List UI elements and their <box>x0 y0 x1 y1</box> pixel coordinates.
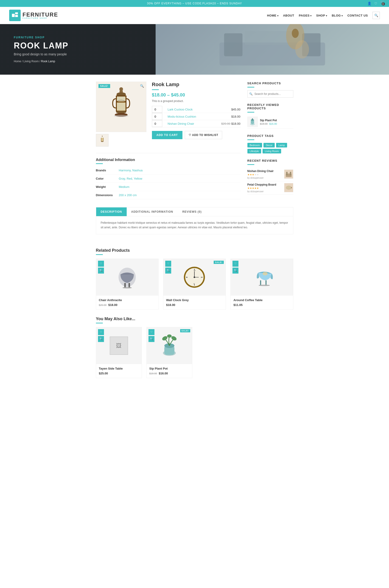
search-widget: SEARCH PRODUCTS 🔍 <box>247 81 293 98</box>
search-input[interactable] <box>247 90 293 98</box>
cart-icon[interactable]: 🛒0 <box>380 0 384 7</box>
weight-label: Weight <box>96 185 119 188</box>
qty-lark-cuckoo[interactable] <box>152 106 162 113</box>
also-product-tayen-image: ♡ 🔍 🖼 <box>96 327 142 364</box>
add-info-row-brands: Brands Harmony, Nashua <box>96 166 240 175</box>
related-product-chair-image: ♡ 🔍 <box>96 259 158 295</box>
nav-shop[interactable]: SHOP <box>316 14 327 17</box>
qty-nishan-chair[interactable] <box>152 120 162 127</box>
related-product-chair-price: $20.00 $18.00 <box>99 303 156 307</box>
nav-about[interactable]: ABOUT <box>283 14 294 17</box>
user-icon[interactable]: 👤 <box>367 1 372 5</box>
svg-rect-30 <box>103 138 103 141</box>
svg-point-63 <box>262 272 268 275</box>
thumbnail-1[interactable] <box>96 134 109 147</box>
add-to-wishlist-button[interactable]: ♡ ADD TO WISHLIST <box>185 131 222 139</box>
wishlist-btn-chair[interactable]: ♡ <box>98 261 104 267</box>
old-price: $18.00 <box>260 122 268 125</box>
action-buttons: ADD TO CART ♡ ADD TO WISHLIST <box>152 131 240 139</box>
wishlist-btn-sip[interactable]: ♡ <box>149 329 155 335</box>
review-item-2: Petal Chopping Board ★★★★★ by dctsuperus… <box>247 181 293 195</box>
breadcrumb-home[interactable]: Home <box>14 60 21 63</box>
qty-modu-cushion[interactable] <box>152 113 162 120</box>
wishlist-btn-clock[interactable]: ♡ <box>165 261 171 267</box>
also-product-tayen[interactable]: ♡ 🔍 🖼 Tayen Side Table $25.00 <box>96 327 142 378</box>
card-actions-clock: ♡ 🔍 <box>165 261 171 274</box>
product-images: SALE! 🔍 <box>96 81 146 147</box>
tag-bedroom[interactable]: Bedroom <box>247 143 262 147</box>
zoom-btn-table[interactable]: 🔍 <box>232 268 238 274</box>
product-area: SALE! 🔍 <box>96 81 240 200</box>
tab-additional-info[interactable]: ADDITIONAL INFORMATION <box>127 207 178 216</box>
related-product-chair-body: Chair Anthracite $20.00 $18.00 <box>96 295 158 309</box>
zoom-btn-sip[interactable]: 🔍 <box>149 336 155 342</box>
chair-svg <box>116 265 139 290</box>
tags-wrap: Bedroom Decor Lamp Lifestyle Living Room <box>247 143 293 153</box>
svg-point-67 <box>161 335 168 341</box>
main-nav: HOME ABOUT PAGES SHOP BLOG CONTACT US 🔍 <box>267 12 380 19</box>
review-info-2: Petal Chopping Board ★★★★★ by dctsuperus… <box>247 183 282 193</box>
tag-lamp[interactable]: Lamp <box>276 143 287 147</box>
sale-badge-sip: SALE! <box>180 329 190 332</box>
recent-reviews-widget: RECENT REVIEWS Nishan Dining Chair ★★★★★… <box>247 159 293 195</box>
svg-point-68 <box>170 335 177 341</box>
link-nishan-chair[interactable]: Nishan Dining Chair <box>167 122 194 125</box>
zoom-btn-clock[interactable]: 🔍 <box>165 268 171 274</box>
nav-contact[interactable]: CONTACT US <box>348 14 368 17</box>
breadcrumb-living-room[interactable]: Living Room <box>23 60 39 63</box>
svg-text:6: 6 <box>194 283 194 285</box>
svg-point-9 <box>295 40 309 59</box>
review-stars-1: ★★★★★ <box>247 173 282 176</box>
tab-reviews[interactable]: REVIEWS (0) <box>178 207 206 216</box>
wishlist-btn-tayen[interactable]: ♡ <box>98 329 104 335</box>
related-product-chair[interactable]: ♡ 🔍 Chair Anthracite $20.00 $18.00 <box>96 259 159 310</box>
recently-viewed-item-1[interactable]: Sip Plant Pot $18.00 $16.00 <box>247 115 293 129</box>
svg-rect-28 <box>101 138 103 141</box>
zoom-btn-chair[interactable]: 🔍 <box>98 268 104 274</box>
related-products-section: Related Products ♡ 🔍 <box>91 248 298 310</box>
also-product-sip[interactable]: ♡ 🔍 SALE! Sip Plant Po <box>146 327 192 378</box>
lamp-illustration <box>106 87 136 126</box>
nav-pages[interactable]: PAGES <box>299 14 312 17</box>
additional-information: Additional Information Brands Harmony, N… <box>96 153 240 199</box>
svg-text:9: 9 <box>186 276 187 278</box>
tag-living-room[interactable]: Living Room <box>262 149 281 153</box>
also-product-tayen-body: Tayen Side Table $25.00 <box>96 364 142 378</box>
current-price-sip: $16.00 <box>159 372 168 375</box>
link-lark-cuckoo[interactable]: Lark Cuckoo Clock <box>167 108 193 111</box>
recently-viewed-image-1 <box>247 117 258 127</box>
add-to-cart-button[interactable]: ADD TO CART <box>152 131 182 139</box>
tag-decor[interactable]: Decor <box>263 143 275 147</box>
reviews-accent <box>247 164 254 165</box>
recently-viewed-name-1[interactable]: Sip Plant Pot <box>260 119 293 122</box>
search-button[interactable]: 🔍 <box>372 12 380 19</box>
hero-subtitle: Bring good design to as many people <box>14 52 68 56</box>
link-modu-cushion[interactable]: Modu-licious Cushion <box>167 115 196 118</box>
hero-section: FURNITURE SHOP ROOK LAMP Bring good desi… <box>0 24 389 75</box>
sale-badge-clock: SALE! <box>214 261 224 264</box>
review-product-name-2[interactable]: Petal Chopping Board <box>247 183 282 186</box>
add-info-row-weight: Weight Medium <box>96 183 240 191</box>
current-price-chair: $18.00 <box>108 303 118 307</box>
sidebar: SEARCH PRODUCTS 🔍 RECENTLY VIEWED PRODUC… <box>247 81 293 200</box>
logo[interactable]: FERNITURE FURNITURE SHOP <box>9 10 58 21</box>
svg-rect-20 <box>116 102 127 103</box>
related-product-clock[interactable]: ♡ 🔍 SALE! 12 <box>163 259 226 310</box>
price-modu-cushion: $18.00 <box>211 113 240 120</box>
tab-description-content: Pellentesque habitant morbi tristique se… <box>96 216 293 234</box>
review-product-name-1[interactable]: Nishan Dining Chair <box>247 170 282 173</box>
coffee-table-svg <box>249 267 274 288</box>
nav-home[interactable]: HOME <box>267 14 278 17</box>
tag-lifestyle[interactable]: Lifestyle <box>247 149 261 153</box>
wishlist-icon[interactable]: ♡ <box>374 1 378 5</box>
nav-blog[interactable]: BLOG <box>332 14 343 17</box>
zoom-icon[interactable]: 🔍 <box>140 84 144 88</box>
related-product-chair-name: Chair Anthracite <box>99 298 156 302</box>
banner-text: 30% OFF EVERYTHING – USE CODE:FLASH20 – … <box>147 2 242 5</box>
related-product-table-name: Around Coffee Table <box>233 298 290 302</box>
tab-description[interactable]: DESCRIPTION <box>96 207 127 216</box>
zoom-btn-tayen[interactable]: 🔍 <box>98 336 104 342</box>
wishlist-btn-table[interactable]: ♡ <box>232 261 238 267</box>
color-label: Color <box>96 177 119 180</box>
related-product-table[interactable]: ♡ 🔍 <box>230 259 293 310</box>
